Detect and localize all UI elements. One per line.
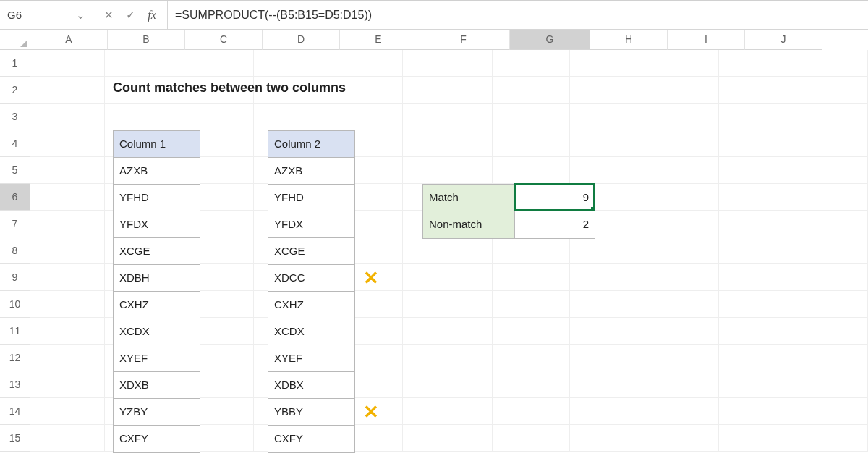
table-cell[interactable]: YFDX [268, 211, 354, 238]
col-header-B[interactable]: B [108, 30, 185, 50]
table-column-1: Column 1 AZXBYFHDYFDXXCGEXDBHCXHZXCDXXYE… [113, 130, 200, 453]
table-cell[interactable]: CXHZ [268, 292, 354, 318]
col-header-F[interactable]: F [417, 30, 510, 50]
col-header-A[interactable]: A [30, 30, 108, 50]
table-cell[interactable]: XCDX [114, 318, 200, 345]
row-header-11[interactable]: 11 [0, 318, 30, 345]
table-cell[interactable]: YFDX [114, 211, 200, 238]
nonmatch-value: 2 [515, 211, 595, 238]
table-cell[interactable]: XYEF [268, 345, 354, 372]
table-cell[interactable]: YFHD [114, 185, 200, 211]
row-header-7[interactable]: 7 [0, 211, 30, 237]
table-cell[interactable]: XDCC [268, 265, 354, 292]
table-cell[interactable]: AZXB [268, 158, 354, 185]
select-all-corner[interactable] [0, 30, 30, 50]
table-cell[interactable]: XDBH [114, 265, 200, 292]
col-header-D[interactable]: D [263, 30, 340, 50]
nonmatch-label: Non-match [423, 211, 515, 238]
name-box-dropdown-icon[interactable]: ⌄ [72, 9, 85, 22]
col-header-I[interactable]: I [668, 30, 745, 50]
row-header-10[interactable]: 10 [0, 291, 30, 318]
formula-bar-buttons: ✕ ✓ fx [93, 1, 168, 29]
match-label: Match [423, 185, 515, 211]
column-headers: ABCDEFGHIJ [30, 30, 822, 50]
fx-icon[interactable]: fx [144, 9, 160, 22]
table-row: Non-match 2 [423, 211, 595, 238]
col-header-H[interactable]: H [590, 30, 668, 50]
row-header-14[interactable]: 14 [0, 398, 30, 425]
results-table: Match 9 Non-match 2 [422, 184, 595, 239]
name-box[interactable]: ⌄ [0, 1, 93, 29]
row-header-1[interactable]: 1 [0, 50, 30, 77]
row-header-2[interactable]: 2 [0, 77, 30, 104]
row-header-8[interactable]: 8 [0, 237, 30, 264]
match-value: 9 [515, 185, 595, 211]
table-row: Match 9 [423, 185, 595, 211]
row-header-12[interactable]: 12 [0, 345, 30, 371]
row-header-13[interactable]: 13 [0, 371, 30, 398]
row-header-15[interactable]: 15 [0, 425, 30, 452]
cells-area[interactable]: Count matches between two columns Column… [30, 50, 868, 456]
table-cell[interactable]: AZXB [114, 158, 200, 185]
row-header-6[interactable]: 6 [0, 184, 30, 211]
grid: ABCDEFGHIJ 123456789101112131415 Count m… [0, 30, 868, 456]
table-cell[interactable]: YZBY [114, 399, 200, 426]
table-column-2: Column 2 AZXBYFHDYFDXXCGEXDCCCXHZXCDXXYE… [268, 130, 355, 453]
table-cell[interactable]: XCGE [268, 238, 354, 265]
col-header-C[interactable]: C [185, 30, 263, 50]
row-header-4[interactable]: 4 [0, 130, 30, 157]
table-cell[interactable]: CXHZ [114, 292, 200, 318]
table-cell[interactable]: XDXB [114, 372, 200, 399]
table-header: Column 2 [268, 131, 354, 158]
table-cell[interactable]: YFHD [268, 185, 354, 211]
mismatch-icon: ✕ [363, 401, 379, 423]
enter-icon[interactable]: ✓ [122, 8, 138, 22]
name-box-input[interactable] [7, 9, 72, 21]
table-cell[interactable]: CXFY [114, 426, 200, 452]
mismatch-icon: ✕ [363, 267, 379, 290]
formula-input[interactable]: =SUMPRODUCT(--(B5:B15=D5:D15)) [168, 1, 868, 29]
col-header-E[interactable]: E [340, 30, 417, 50]
table-cell[interactable]: XYEF [114, 345, 200, 372]
excel-window: ⌄ ✕ ✓ fx =SUMPRODUCT(--(B5:B15=D5:D15)) … [0, 0, 868, 456]
table-header: Column 1 [114, 131, 200, 158]
col-header-J[interactable]: J [745, 30, 822, 50]
col-header-G[interactable]: G [510, 30, 590, 50]
cancel-icon[interactable]: ✕ [101, 9, 116, 22]
table-cell[interactable]: YBBY [268, 399, 354, 426]
table-cell[interactable]: CXFY [268, 426, 354, 452]
table-cell[interactable]: XCDX [268, 318, 354, 345]
row-header-3[interactable]: 3 [0, 104, 30, 130]
table-cell[interactable]: XDBX [268, 372, 354, 399]
row-header-9[interactable]: 9 [0, 264, 30, 291]
row-header-5[interactable]: 5 [0, 157, 30, 184]
formula-bar: ⌄ ✕ ✓ fx =SUMPRODUCT(--(B5:B15=D5:D15)) [0, 1, 868, 30]
page-title: Count matches between two columns [113, 80, 346, 96]
row-headers: 123456789101112131415 [0, 50, 30, 456]
table-cell[interactable]: XCGE [114, 238, 200, 265]
